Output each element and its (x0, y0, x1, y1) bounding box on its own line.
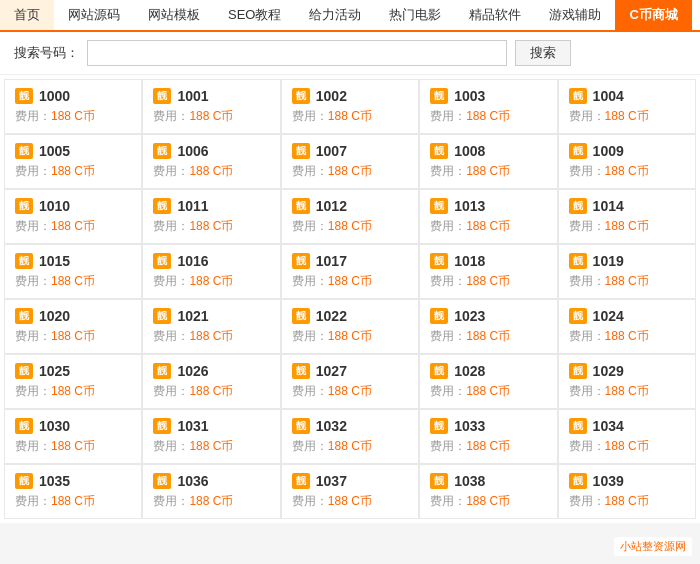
item-number-1006: 1006 (177, 143, 208, 159)
grid-item-1004[interactable]: 靓1004费用：188 C币 (558, 79, 696, 134)
grid-item-1009[interactable]: 靓1009费用：188 C币 (558, 134, 696, 189)
search-input[interactable] (87, 40, 507, 66)
grid-item-1000[interactable]: 靓1000费用：188 C币 (4, 79, 142, 134)
item-number-1039: 1039 (593, 473, 624, 489)
item-number-1030: 1030 (39, 418, 70, 434)
item-title-1013: 靓1013 (430, 198, 546, 214)
grid-item-1036[interactable]: 靓1036费用：188 C币 (142, 464, 280, 519)
item-fee-1024: 费用：188 C币 (569, 328, 685, 345)
item-number-1020: 1020 (39, 308, 70, 324)
item-icon-1000: 靓 (15, 88, 33, 104)
grid-item-1037[interactable]: 靓1037费用：188 C币 (281, 464, 419, 519)
item-number-1010: 1010 (39, 198, 70, 214)
item-number-1002: 1002 (316, 88, 347, 104)
grid-item-1019[interactable]: 靓1019费用：188 C币 (558, 244, 696, 299)
item-icon-1014: 靓 (569, 198, 587, 214)
grid-item-1003[interactable]: 靓1003费用：188 C币 (419, 79, 557, 134)
grid-item-1002[interactable]: 靓1002费用：188 C币 (281, 79, 419, 134)
grid-item-1025[interactable]: 靓1025费用：188 C币 (4, 354, 142, 409)
item-title-1032: 靓1032 (292, 418, 408, 434)
grid-item-1024[interactable]: 靓1024费用：188 C币 (558, 299, 696, 354)
nav-activity[interactable]: 给力活动 (295, 0, 375, 30)
nav-coin-shop[interactable]: C币商城 (615, 0, 691, 30)
item-number-1005: 1005 (39, 143, 70, 159)
item-fee-1036: 费用：188 C币 (153, 493, 269, 510)
nav-software[interactable]: 精品软件 (455, 0, 535, 30)
grid-item-1016[interactable]: 靓1016费用：188 C币 (142, 244, 280, 299)
item-number-1007: 1007 (316, 143, 347, 159)
grid-item-1033[interactable]: 靓1033费用：188 C币 (419, 409, 557, 464)
grid-item-1006[interactable]: 靓1006费用：188 C币 (142, 134, 280, 189)
item-fee-1016: 费用：188 C币 (153, 273, 269, 290)
item-title-1034: 靓1034 (569, 418, 685, 434)
grid-item-1034[interactable]: 靓1034费用：188 C币 (558, 409, 696, 464)
nav-template[interactable]: 网站模板 (134, 0, 214, 30)
grid-item-1001[interactable]: 靓1001费用：188 C币 (142, 79, 280, 134)
grid-item-1021[interactable]: 靓1021费用：188 C币 (142, 299, 280, 354)
item-number-1026: 1026 (177, 363, 208, 379)
grid-item-1023[interactable]: 靓1023费用：188 C币 (419, 299, 557, 354)
grid-item-1027[interactable]: 靓1027费用：188 C币 (281, 354, 419, 409)
grid-item-1013[interactable]: 靓1013费用：188 C币 (419, 189, 557, 244)
grid-item-1035[interactable]: 靓1035费用：188 C币 (4, 464, 142, 519)
item-icon-1038: 靓 (430, 473, 448, 489)
item-icon-1036: 靓 (153, 473, 171, 489)
nav-game[interactable]: 游戏辅助 (535, 0, 615, 30)
item-number-1013: 1013 (454, 198, 485, 214)
item-fee-1022: 费用：188 C币 (292, 328, 408, 345)
grid-item-1005[interactable]: 靓1005费用：188 C币 (4, 134, 142, 189)
grid-item-1038[interactable]: 靓1038费用：188 C币 (419, 464, 557, 519)
item-number-1036: 1036 (177, 473, 208, 489)
grid-item-1007[interactable]: 靓1007费用：188 C币 (281, 134, 419, 189)
grid-item-1029[interactable]: 靓1029费用：188 C币 (558, 354, 696, 409)
items-grid-container: 靓1000费用：188 C币靓1001费用：188 C币靓1002费用：188 … (0, 75, 700, 523)
item-icon-1016: 靓 (153, 253, 171, 269)
grid-item-1028[interactable]: 靓1028费用：188 C币 (419, 354, 557, 409)
item-fee-1032: 费用：188 C币 (292, 438, 408, 455)
item-fee-1007: 费用：188 C币 (292, 163, 408, 180)
grid-item-1020[interactable]: 靓1020费用：188 C币 (4, 299, 142, 354)
item-number-1017: 1017 (316, 253, 347, 269)
item-fee-1034: 费用：188 C币 (569, 438, 685, 455)
item-title-1003: 靓1003 (430, 88, 546, 104)
item-fee-1009: 费用：188 C币 (569, 163, 685, 180)
item-icon-1024: 靓 (569, 308, 587, 324)
nav-seo[interactable]: SEO教程 (214, 0, 295, 30)
nav-movie[interactable]: 热门电影 (375, 0, 455, 30)
grid-item-1008[interactable]: 靓1008费用：188 C币 (419, 134, 557, 189)
item-icon-1013: 靓 (430, 198, 448, 214)
item-title-1002: 靓1002 (292, 88, 408, 104)
nav-home[interactable]: 首页 (0, 0, 54, 30)
grid-item-1015[interactable]: 靓1015费用：188 C币 (4, 244, 142, 299)
grid-item-1018[interactable]: 靓1018费用：188 C币 (419, 244, 557, 299)
grid-item-1014[interactable]: 靓1014费用：188 C币 (558, 189, 696, 244)
grid-item-1017[interactable]: 靓1017费用：188 C币 (281, 244, 419, 299)
item-icon-1037: 靓 (292, 473, 310, 489)
item-fee-1014: 费用：188 C币 (569, 218, 685, 235)
item-title-1021: 靓1021 (153, 308, 269, 324)
grid-item-1010[interactable]: 靓1010费用：188 C币 (4, 189, 142, 244)
item-title-1000: 靓1000 (15, 88, 131, 104)
nav-source[interactable]: 网站源码 (54, 0, 134, 30)
item-title-1027: 靓1027 (292, 363, 408, 379)
grid-item-1030[interactable]: 靓1030费用：188 C币 (4, 409, 142, 464)
item-number-1015: 1015 (39, 253, 70, 269)
grid-item-1031[interactable]: 靓1031费用：188 C币 (142, 409, 280, 464)
search-button[interactable]: 搜索 (515, 40, 571, 66)
grid-item-1022[interactable]: 靓1022费用：188 C币 (281, 299, 419, 354)
grid-item-1012[interactable]: 靓1012费用：188 C币 (281, 189, 419, 244)
item-title-1015: 靓1015 (15, 253, 131, 269)
grid-item-1032[interactable]: 靓1032费用：188 C币 (281, 409, 419, 464)
grid-item-1039[interactable]: 靓1039费用：188 C币 (558, 464, 696, 519)
item-title-1028: 靓1028 (430, 363, 546, 379)
item-title-1020: 靓1020 (15, 308, 131, 324)
grid-item-1011[interactable]: 靓1011费用：188 C币 (142, 189, 280, 244)
nav-nice-number[interactable]: 靓号中心 (692, 0, 700, 30)
item-number-1022: 1022 (316, 308, 347, 324)
grid-item-1026[interactable]: 靓1026费用：188 C币 (142, 354, 280, 409)
item-number-1011: 1011 (177, 198, 208, 214)
item-number-1034: 1034 (593, 418, 624, 434)
item-title-1031: 靓1031 (153, 418, 269, 434)
item-fee-1031: 费用：188 C币 (153, 438, 269, 455)
item-fee-1038: 费用：188 C币 (430, 493, 546, 510)
